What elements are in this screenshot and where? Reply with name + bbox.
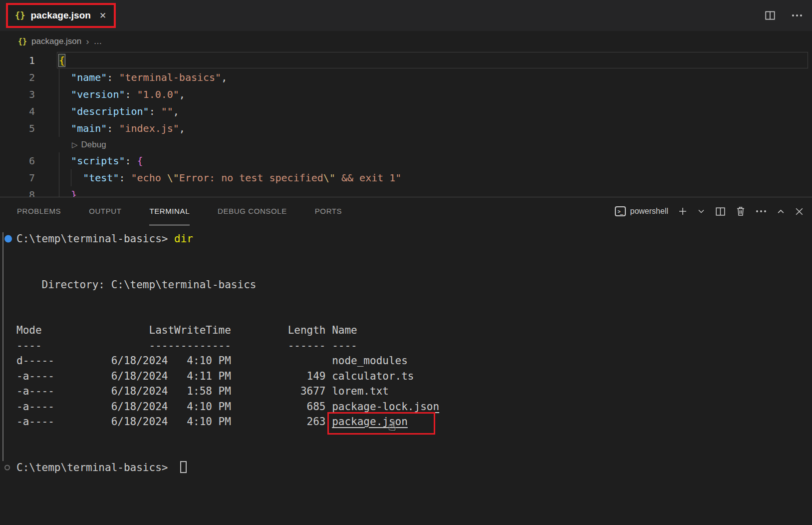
code-token: }: [71, 189, 77, 197]
code-token: && exit 1": [335, 172, 401, 184]
line-number: 7: [0, 169, 35, 186]
line-number: 3: [0, 86, 35, 103]
dir-row-meta: -a---- 6/18/2024 4:10 PM 263: [16, 416, 332, 428]
debug-codelens-link[interactable]: ▷Debug: [72, 137, 106, 152]
json-braces-icon: {}: [15, 10, 25, 20]
indent-guide: [59, 103, 59, 120]
code-token: :: [107, 71, 119, 83]
indent-guide: [59, 169, 59, 186]
terminal-line: [16, 430, 812, 445]
code-token: :: [107, 122, 119, 134]
maximize-panel-chevron-up-icon[interactable]: [777, 207, 785, 216]
code-token: "echo: [131, 172, 167, 184]
terminal-line: [16, 445, 812, 460]
kill-terminal-trash-icon[interactable]: [736, 206, 746, 217]
panel-tab-debug-console[interactable]: DEBUG CONSOLE: [218, 197, 287, 225]
code-line: "main": "index.js",: [59, 120, 185, 137]
play-outline-icon: ▷: [72, 140, 78, 149]
terminal[interactable]: C:\temp\terminal-basics> dir Directory: …: [16, 225, 812, 525]
new-terminal-icon[interactable]: [678, 206, 688, 216]
panel-tab-output[interactable]: OUTPUT: [89, 197, 121, 225]
more-actions-icon[interactable]: [755, 210, 767, 213]
code-token: "name": [71, 71, 107, 83]
editor-line: 4 "description": "",: [0, 103, 812, 120]
line-number: 5: [0, 120, 35, 137]
breadcrumb-file[interactable]: package.json: [31, 36, 81, 46]
code-token: [59, 105, 71, 117]
command-pending-decoration[interactable]: [4, 465, 10, 470]
line-number: 8: [0, 186, 35, 197]
code-token: Error: no test specified: [179, 172, 323, 184]
terminal-line: ---- ------------- ------ ----: [16, 338, 812, 354]
file-link-package-lock.json[interactable]: package-lock.json: [332, 399, 439, 415]
terminal-line: [16, 247, 812, 262]
tab-package-json[interactable]: {} package.json ✕: [8, 5, 114, 26]
editor-line: 5 "main": "index.js",: [0, 120, 812, 137]
panel-header: PROBLEMSOUTPUTTERMINALDEBUG CONSOLEPORTS…: [0, 197, 812, 225]
current-line-highlight: [57, 52, 808, 68]
code-line: },: [59, 186, 83, 197]
prompt-path: C:\temp\terminal-basics>: [16, 233, 174, 245]
bottom-panel: PROBLEMSOUTPUTTERMINALDEBUG CONSOLEPORTS…: [0, 197, 812, 525]
code-token: "version": [71, 88, 125, 100]
indent-guide: [59, 186, 59, 197]
panel-tab-terminal[interactable]: TERMINAL: [149, 197, 190, 225]
terminal-profile[interactable]: >_ powershell: [615, 206, 668, 216]
command-guide-bar: [2, 232, 3, 461]
editor-line: 1{: [0, 52, 812, 69]
json-braces-icon: {}: [18, 37, 27, 46]
chevron-down-icon[interactable]: [697, 207, 705, 215]
indent-guide: [59, 69, 59, 86]
terminal-profile-label: powershell: [630, 207, 668, 216]
file-link-package.json[interactable]: package.json☝: [332, 414, 408, 430]
terminal-line: -a---- 6/18/2024 4:11 PM 149 calculator.…: [16, 369, 812, 384]
code-token: "description": [71, 105, 149, 117]
terminal-line: [16, 308, 812, 323]
close-panel-icon[interactable]: [795, 207, 804, 216]
code-token: \": [323, 172, 335, 184]
code-token: "1.0.0": [137, 88, 179, 100]
file-link-calculator.ts: calculator.ts: [332, 369, 414, 384]
command-success-decoration[interactable]: [4, 235, 12, 243]
terminal-line: C:\temp\terminal-basics>: [16, 460, 812, 476]
terminal-line: C:\temp\terminal-basics> dir: [16, 231, 812, 247]
breadcrumb: {} package.json › …: [0, 31, 812, 52]
code-token: [59, 71, 71, 83]
editor-line: 3 "version": "1.0.0",: [0, 86, 812, 103]
code-line: "version": "1.0.0",: [59, 86, 185, 103]
line-number: 6: [0, 152, 35, 169]
code-token: "index.js": [119, 122, 179, 134]
dir-row-meta: -a---- 6/18/2024 1:58 PM 3677: [16, 385, 332, 397]
code-token: :: [119, 172, 131, 184]
prompt-path: C:\temp\terminal-basics>: [16, 462, 174, 474]
code-token: {: [137, 155, 143, 167]
terminal-line: Mode LastWriteTime Length Name: [16, 323, 812, 338]
code-line: "description": "",: [59, 103, 179, 120]
panel-tab-ports[interactable]: PORTS: [315, 197, 342, 225]
code-token: ,: [179, 122, 185, 134]
code-token: "terminal-basics": [119, 71, 221, 83]
indent-guide: [59, 120, 59, 137]
breadcrumb-symbol-more[interactable]: …: [94, 36, 102, 46]
panel-tab-problems[interactable]: PROBLEMS: [17, 197, 61, 225]
editor[interactable]: 1{2 "name": "terminal-basics",3 "version…: [0, 52, 812, 197]
terminal-line: -a---- 6/18/2024 4:10 PM 685 package-loc…: [16, 399, 812, 415]
typed-command: dir: [174, 233, 193, 245]
split-terminal-icon[interactable]: [715, 206, 726, 217]
close-tab-icon[interactable]: ✕: [99, 10, 106, 21]
split-editor-icon[interactable]: [764, 9, 776, 21]
editor-line: 2 "name": "terminal-basics",: [0, 69, 812, 86]
code-token: "test": [83, 172, 119, 184]
terminal-line: [16, 262, 812, 277]
panel-tabs: PROBLEMSOUTPUTTERMINALDEBUG CONSOLEPORTS: [17, 197, 342, 225]
editor-line: 7 "test": "echo \"Error: no test specifi…: [0, 169, 812, 186]
terminal-line: Directory: C:\temp\terminal-basics: [16, 277, 812, 293]
tab-label: package.json: [30, 10, 90, 21]
dir-row-meta: -a---- 6/18/2024 4:10 PM 685: [16, 401, 332, 413]
more-actions-icon[interactable]: [791, 14, 803, 17]
code-line: "test": "echo \"Error: no test specified…: [59, 169, 401, 186]
code-token: ,: [179, 88, 185, 100]
code-line: "name": "terminal-basics",: [59, 69, 227, 86]
code-token: :: [125, 155, 137, 167]
terminal-powershell-icon: >_: [615, 206, 626, 216]
